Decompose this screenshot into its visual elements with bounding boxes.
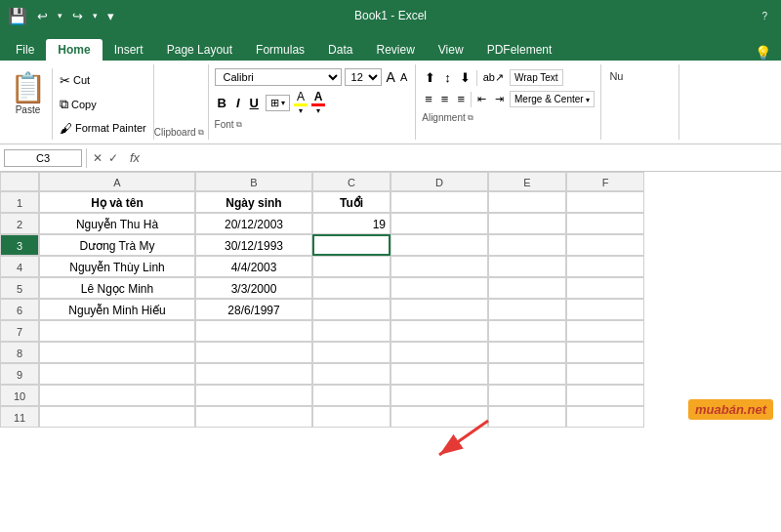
copy-button[interactable]: ⧉ Copy	[57, 96, 149, 113]
cell-E1[interactable]	[488, 191, 566, 213]
fill-color-button[interactable]: A ▾	[294, 90, 308, 115]
cell-D11[interactable]	[390, 406, 488, 428]
cell-C7[interactable]	[312, 320, 390, 342]
row-num-5[interactable]: 5	[0, 277, 39, 299]
cell-reference-input[interactable]	[4, 149, 82, 167]
merge-dropdown[interactable]: ▾	[586, 96, 590, 104]
more-button[interactable]: ▾	[103, 7, 118, 25]
undo-dropdown[interactable]: ▾	[54, 9, 66, 22]
cell-C5[interactable]	[312, 277, 390, 299]
cell-B9[interactable]	[195, 363, 312, 385]
cell-E6[interactable]	[488, 299, 566, 320]
tab-formulas[interactable]: Formulas	[244, 39, 316, 61]
cell-B10[interactable]	[195, 385, 312, 406]
merge-center-button[interactable]: Merge & Center ▾	[510, 91, 595, 107]
cell-F9[interactable]	[566, 363, 644, 385]
cut-button[interactable]: ✂ Cut	[57, 72, 149, 89]
cell-E9[interactable]	[488, 363, 566, 385]
cell-D9[interactable]	[390, 363, 488, 385]
align-left-button[interactable]: ≡	[422, 90, 435, 108]
cell-B2[interactable]: 20/12/2003	[195, 213, 312, 234]
underline-button[interactable]: U	[247, 95, 262, 111]
cell-F11[interactable]	[566, 406, 644, 428]
cell-D7[interactable]	[390, 320, 488, 342]
row-num-11[interactable]: 11	[0, 406, 39, 428]
cell-F3[interactable]	[566, 234, 644, 256]
cell-B4[interactable]: 4/4/2003	[195, 256, 312, 277]
cell-D10[interactable]	[390, 385, 488, 406]
redo-dropdown[interactable]: ▾	[89, 9, 102, 22]
row-num-7[interactable]: 7	[0, 320, 39, 342]
cell-A3[interactable]: Dương Trà My	[39, 234, 195, 256]
italic-button[interactable]: I	[233, 95, 243, 111]
cell-E7[interactable]	[488, 320, 566, 342]
cell-A9[interactable]	[39, 363, 195, 385]
save-icon[interactable]: 💾	[8, 7, 27, 25]
cell-C4[interactable]	[312, 256, 390, 277]
cell-B6[interactable]: 28/6/1997	[195, 299, 312, 320]
cell-A11[interactable]	[39, 406, 195, 428]
indent-decrease-button[interactable]: ⇤	[474, 91, 489, 107]
cell-A1[interactable]: Họ và tên	[39, 191, 195, 213]
cell-E5[interactable]	[488, 277, 566, 299]
col-header-C[interactable]: C	[312, 172, 390, 191]
paste-button[interactable]: 📋 Paste	[4, 68, 53, 140]
col-header-D[interactable]: D	[390, 172, 488, 191]
cell-A6[interactable]: Nguyễn Minh Hiếu	[39, 299, 195, 320]
tab-data[interactable]: Data	[316, 39, 364, 61]
cell-F4[interactable]	[566, 256, 644, 277]
cell-B8[interactable]	[195, 342, 312, 363]
cell-E8[interactable]	[488, 342, 566, 363]
cell-C1[interactable]: Tuổi	[312, 191, 390, 213]
fill-color-dropdown[interactable]: ▾	[299, 106, 303, 115]
cell-A7[interactable]	[39, 320, 195, 342]
cell-C2[interactable]: 19	[312, 213, 390, 234]
row-num-2[interactable]: 2	[0, 213, 39, 234]
cell-C6[interactable]	[312, 299, 390, 320]
col-header-F[interactable]: F	[566, 172, 644, 191]
confirm-formula-button[interactable]: ✓	[106, 151, 120, 165]
row-num-9[interactable]: 9	[0, 363, 39, 385]
cell-D3[interactable]	[390, 234, 488, 256]
tab-view[interactable]: View	[427, 39, 475, 61]
row-num-6[interactable]: 6	[0, 299, 39, 320]
tab-insert[interactable]: Insert	[103, 39, 155, 61]
cell-B1[interactable]: Ngày sinh	[195, 191, 312, 213]
cell-F2[interactable]	[566, 213, 644, 234]
cell-C3[interactable]	[312, 234, 390, 256]
cell-B11[interactable]	[195, 406, 312, 428]
format-painter-button[interactable]: 🖌 Format Painter	[57, 120, 149, 137]
cell-A4[interactable]: Nguyễn Thùy Linh	[39, 256, 195, 277]
tab-home[interactable]: Home	[46, 39, 102, 61]
cell-E3[interactable]	[488, 234, 566, 256]
cell-E10[interactable]	[488, 385, 566, 406]
align-center-button[interactable]: ≡	[438, 90, 452, 108]
align-top-button[interactable]: ⬆	[422, 68, 438, 87]
tab-pagelayout[interactable]: Page Layout	[155, 39, 244, 61]
cell-D1[interactable]	[390, 191, 488, 213]
font-color-button[interactable]: A ▾	[311, 90, 325, 115]
cell-E11[interactable]	[488, 406, 566, 428]
clipboard-expand-icon[interactable]: ⧉	[198, 128, 204, 138]
row-num-3[interactable]: 3	[0, 234, 39, 256]
cell-B7[interactable]	[195, 320, 312, 342]
wrap-text-button[interactable]: Wrap Text	[510, 69, 563, 86]
cell-C10[interactable]	[312, 385, 390, 406]
font-name-select[interactable]: Calibri	[215, 68, 342, 86]
cell-D5[interactable]	[390, 277, 488, 299]
cell-C11[interactable]	[312, 406, 390, 428]
cell-B3[interactable]: 30/12/1993	[195, 234, 312, 256]
cell-F1[interactable]	[566, 191, 644, 213]
align-right-button[interactable]: ≡	[454, 90, 468, 108]
redo-button[interactable]: ↪	[68, 7, 87, 25]
alignment-expand-icon[interactable]: ⧉	[468, 113, 473, 123]
tab-pdfelement[interactable]: PDFelement	[475, 39, 564, 61]
undo-button[interactable]: ↩	[33, 7, 52, 25]
row-num-8[interactable]: 8	[0, 342, 39, 363]
font-size-select[interactable]: 12	[345, 68, 382, 86]
border-dropdown[interactable]: ▾	[281, 99, 285, 107]
cell-D6[interactable]	[390, 299, 488, 320]
font-color-dropdown[interactable]: ▾	[316, 106, 320, 115]
cell-F6[interactable]	[566, 299, 644, 320]
cell-D2[interactable]	[390, 213, 488, 234]
